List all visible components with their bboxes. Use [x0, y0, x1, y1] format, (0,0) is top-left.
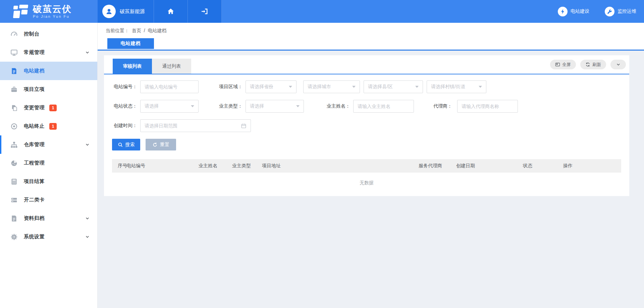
station-no-input-wrap [140, 80, 199, 93]
col-station-no: 电站编号 [126, 163, 199, 169]
sidebar-item-change-management[interactable]: 变更管理 1 [0, 99, 97, 117]
filter-actions: 搜索 重置 [104, 139, 629, 150]
col-service-agent: 服务代理商 [419, 163, 456, 169]
search-button[interactable]: 搜索 [112, 139, 140, 150]
brand-tagline: Po Jian Yun Fu [33, 14, 72, 18]
sidebar-item-system-settings[interactable]: 系统设置 [0, 228, 97, 246]
lightning-icon [558, 7, 568, 16]
col-owner-type: 业主类型 [232, 163, 262, 169]
sidebar: 控制台 常规管理 电站建档 项 [0, 23, 98, 308]
refresh-button[interactable]: 刷新 [580, 60, 606, 69]
caret-down-icon [191, 105, 194, 107]
home-icon [167, 7, 175, 15]
col-project-address: 项目地址 [262, 163, 419, 169]
nav-label: 电站建设 [571, 8, 589, 14]
search-icon [118, 142, 123, 147]
brand-logo: 破茧云伏 Po Jian Yun Fu [0, 0, 98, 23]
col-actions: 操作 [563, 163, 621, 169]
caret-down-icon [352, 86, 356, 88]
town-select[interactable]: 请选择村镇/街道 [427, 80, 486, 93]
sidebar-item-engineering-management[interactable]: 工程管理 [0, 154, 97, 172]
chevron-down-icon [616, 62, 621, 67]
home-button[interactable] [154, 0, 188, 23]
county-select[interactable]: 请选择县/区 [364, 80, 423, 93]
filter-row-2: 电站状态： 请选择 业主类型： 请选择 业主姓名： 代理商： [112, 100, 629, 113]
collapse-toggle-button[interactable] [610, 60, 626, 69]
target-icon [10, 122, 18, 130]
page-tab-station-filing[interactable]: 电站建档 [107, 38, 154, 49]
col-owner-name: 业主姓名 [199, 163, 232, 169]
sidebar-item-class2-card[interactable]: 开二类卡 [0, 191, 97, 209]
logout-button[interactable] [188, 0, 222, 23]
dashboard-icon [10, 30, 18, 38]
breadcrumb-strip: 当前位置： 首页 / 电站建档 电站建档 [98, 23, 644, 51]
breadcrumb-prefix: 当前位置： [106, 28, 129, 33]
create-time-label: 创建时间： [112, 123, 137, 129]
agent-input[interactable] [462, 104, 514, 109]
nav-label: 监控运维 [618, 8, 636, 14]
caret-down-icon [289, 86, 292, 88]
user-name: 破茧新能源 [120, 8, 145, 15]
sidebar-item-station-termination[interactable]: 电站终止 1 [0, 117, 97, 135]
caret-down-icon [415, 86, 419, 88]
nav-station-construction[interactable]: 电站建设 [558, 7, 589, 16]
sidebar-item-general-management[interactable]: 常规管理 [0, 43, 97, 62]
header-mid-section: 破茧新能源 [98, 0, 222, 23]
copy-pages-icon [10, 104, 18, 112]
station-status-select[interactable]: 请选择 [140, 100, 199, 113]
tab-review-list[interactable]: 审核列表 [113, 59, 152, 74]
sidebar-item-project-initiation[interactable]: 项目立项 [0, 80, 97, 99]
caret-down-icon [296, 105, 300, 107]
city-select[interactable]: 请选择城市 [303, 80, 360, 93]
breadcrumb-home[interactable]: 首页 [132, 28, 141, 33]
calculator-icon [10, 178, 18, 186]
current-user[interactable]: 破茧新能源 [98, 0, 154, 23]
table-header-row: 序号 电站编号 业主姓名 业主类型 项目地址 服务代理商 创建日期 状态 操作 [112, 159, 621, 173]
reset-button[interactable]: 重置 [146, 139, 176, 150]
reset-icon [152, 142, 158, 147]
owner-name-input-wrap [353, 100, 414, 113]
owner-name-label: 业主姓名： [325, 103, 350, 109]
monitor-icon [10, 49, 18, 57]
date-range-input[interactable] [145, 123, 241, 128]
chevron-down-icon [85, 142, 90, 147]
caret-down-icon [479, 86, 482, 88]
document-icon [10, 67, 18, 75]
content-area: 审核列表 通过列表 全屏 [98, 51, 644, 196]
region-label: 项目区域： [217, 84, 243, 90]
tab-passed-list[interactable]: 通过列表 [152, 59, 191, 74]
top-header: 破茧云伏 Po Jian Yun Fu 破茧新能源 [0, 0, 644, 23]
pie-chart-icon [10, 159, 18, 167]
station-status-label: 电站状态： [112, 103, 137, 109]
brand-logo-icon [12, 4, 29, 18]
results-table: 序号 电站编号 业主姓名 业主类型 项目地址 服务代理商 创建日期 状态 操作 … [112, 159, 621, 193]
fullscreen-icon [555, 62, 560, 67]
owner-type-select[interactable]: 请选择 [246, 100, 304, 113]
breadcrumb: 当前位置： 首页 / 电站建档 [98, 23, 644, 34]
filter-row-1: 电站编号： 项目区域： 请选择省份 请选择城市 请选择县/区 [112, 80, 629, 93]
sidebar-item-warehouse-management[interactable]: 仓库管理 [0, 135, 97, 154]
sidebar-item-console[interactable]: 控制台 [0, 25, 97, 43]
owner-name-input[interactable] [358, 104, 410, 109]
calendar-icon [241, 123, 247, 129]
sitemap-icon [10, 141, 18, 149]
chevron-down-icon [85, 234, 90, 239]
sidebar-item-station-filing[interactable]: 电站建档 [0, 62, 97, 80]
fullscreen-button[interactable]: 全屏 [550, 60, 576, 69]
nav-monitoring-ops[interactable]: 监控运维 [605, 7, 636, 16]
sidebar-item-project-settlement[interactable]: 项目结算 [0, 172, 97, 191]
station-no-input[interactable] [145, 84, 194, 89]
main-area: 当前位置： 首页 / 电站建档 电站建档 审核列表 通过列表 [98, 23, 644, 308]
date-range-picker[interactable] [140, 119, 251, 132]
list-tabs-row: 审核列表 通过列表 全屏 [104, 55, 629, 74]
sign-in-icon [201, 7, 209, 15]
province-select[interactable]: 请选择省份 [246, 80, 297, 93]
wrench-icon [605, 7, 614, 16]
refresh-icon [585, 62, 590, 67]
col-status: 状态 [523, 163, 563, 169]
breadcrumb-current: 电站建档 [148, 28, 167, 33]
empty-state: 无数据 [112, 173, 621, 193]
chevron-down-icon [85, 216, 90, 221]
sidebar-item-data-archive[interactable]: 资料归档 [0, 209, 97, 228]
breadcrumb-separator: / [144, 28, 145, 33]
